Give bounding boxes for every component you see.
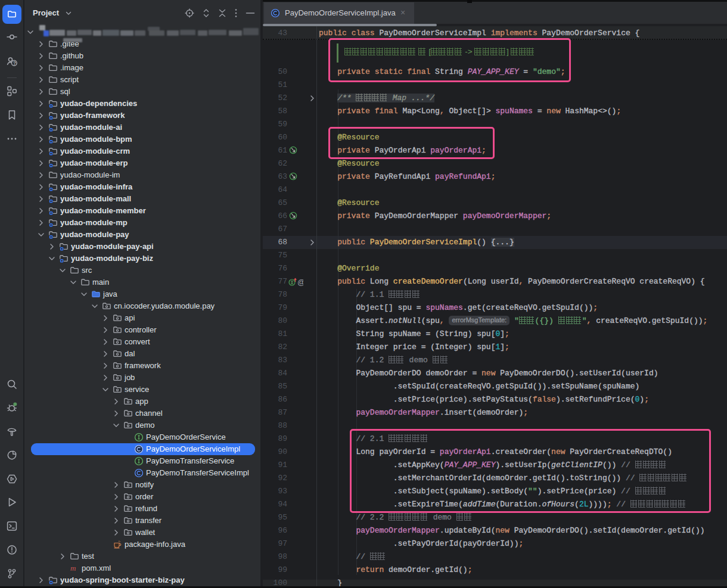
- svg-text:?: ?: [13, 60, 16, 66]
- svg-text:@: @: [297, 278, 303, 287]
- svg-text:m: m: [70, 564, 76, 573]
